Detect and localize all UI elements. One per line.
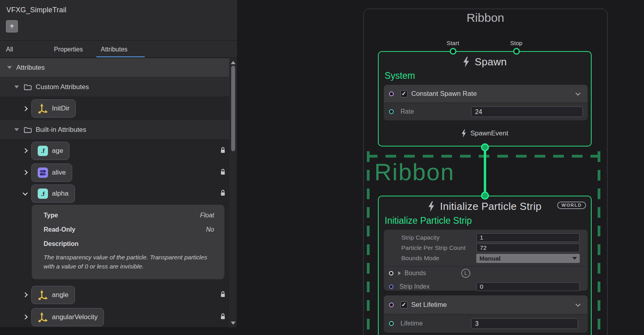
tab-all[interactable]: All: [6, 41, 13, 58]
tab-attributes[interactable]: Attributes: [101, 41, 128, 58]
strip-capacity-row: Strip Capacity: [384, 232, 588, 243]
folder-label: Custom Attributes: [36, 83, 89, 91]
bounds-input-port[interactable]: [389, 271, 393, 276]
initialize-particle-strip-node[interactable]: Initialize Particle Strip WORLD Initiali…: [378, 196, 592, 335]
chevron-down-icon[interactable]: [23, 190, 28, 196]
lightning-icon: [428, 201, 435, 212]
detail-description-label: Description: [44, 240, 214, 247]
chevron-down-icon[interactable]: [575, 90, 581, 95]
scroll-up-icon[interactable]: [231, 61, 236, 64]
tree-root-label: Attributes: [16, 64, 45, 72]
attribute-pill-age[interactable]: .f age: [31, 142, 69, 160]
alpha-details-panel: Type Float Read-Only No Description The …: [32, 205, 224, 279]
vector3-type-icon: [38, 312, 48, 322]
strip-capacity-label: Strip Capacity: [401, 234, 439, 241]
attribute-pill-alive[interactable]: alive: [31, 164, 72, 182]
space-badge-world[interactable]: WORLD: [557, 202, 586, 209]
lock-icon: [220, 190, 226, 198]
spawn-event-label: SpawnEvent: [470, 129, 508, 137]
blackboard-tab-bar: All Properties Attributes: [0, 41, 237, 58]
attribute-row-age: .f age: [0, 140, 229, 162]
chevron-right-icon[interactable]: [23, 292, 28, 297]
spawn-start-port[interactable]: [450, 48, 456, 55]
system-watermark: Ribbon: [374, 158, 454, 186]
add-attribute-button[interactable]: +: [6, 20, 18, 32]
tree-root-attributes[interactable]: Attributes: [0, 58, 229, 77]
chevron-right-icon[interactable]: [23, 170, 28, 175]
scrollbar[interactable]: [229, 58, 237, 327]
attribute-name: angle: [52, 291, 69, 299]
flow-edge[interactable]: [484, 146, 486, 197]
attribute-name: angularVelocity: [52, 313, 98, 321]
folder-built-in-attributes[interactable]: Built-in Attributes: [0, 120, 229, 140]
attribute-name: alpha: [52, 190, 69, 198]
attribute-pill-angularvelocity[interactable]: angularVelocity: [31, 308, 104, 326]
chevron-right-icon[interactable]: [23, 314, 28, 320]
detail-readonly-value: No: [206, 226, 214, 233]
init-input-flow-port[interactable]: [481, 192, 489, 200]
attribute-pill-angle[interactable]: angle: [31, 286, 75, 304]
asset-title: VFXG_SimpleTrail: [6, 6, 67, 14]
bounds-space-badge[interactable]: L: [461, 269, 470, 278]
attribute-row-alpha: .f alpha: [0, 183, 229, 204]
folder-label: Built-in Attributes: [36, 126, 86, 134]
block-enabled-checkbox[interactable]: [401, 90, 408, 97]
system-title: Ribbon: [363, 11, 608, 25]
system-boundary-right: [598, 151, 600, 335]
context-label-initialize: Initialize Particle Strip: [385, 215, 472, 226]
detail-description-text: The transparency value of the particle. …: [44, 253, 215, 271]
port-label-start: Start: [447, 40, 459, 46]
lifetime-input-port[interactable]: [389, 321, 394, 326]
scrollbar-thumb[interactable]: [231, 66, 235, 151]
collapse-triangle-icon[interactable]: [7, 66, 12, 69]
bool-type-icon: [38, 168, 48, 178]
attribute-pill-initdir[interactable]: InitDir: [31, 99, 76, 118]
particle-per-strip-count-input[interactable]: [476, 244, 580, 252]
attribute-name: InitDir: [52, 105, 69, 112]
lifetime-row: Lifetime: [384, 314, 588, 333]
lifetime-value-input[interactable]: [471, 318, 578, 329]
block-enabled-checkbox[interactable]: [401, 301, 408, 308]
set-lifetime-block: Set Lifetime Lifetime: [384, 295, 588, 333]
particle-per-strip-count-row: Particle Per Strip Count: [384, 243, 588, 253]
attribute-row-angularvelocity: angularVelocity: [0, 306, 229, 328]
spawn-node[interactable]: Spawn System Constant Spawn Rate Rate Sp…: [378, 51, 592, 147]
spawn-node-title: Spawn: [475, 56, 507, 68]
detail-type-value: Float: [200, 212, 214, 219]
chevron-down-icon[interactable]: [575, 301, 581, 306]
folder-custom-attributes[interactable]: Custom Attributes: [0, 77, 229, 97]
folder-icon: [24, 84, 32, 90]
spawn-output-flow-port[interactable]: [481, 143, 489, 151]
particle-per-strip-count-label: Particle Per Strip Count: [401, 244, 466, 251]
attribute-pill-alpha[interactable]: .f alpha: [31, 185, 75, 203]
attribute-name: alive: [52, 169, 66, 177]
bounds-mode-label: Bounds Mode: [401, 255, 439, 262]
chevron-right-icon[interactable]: [23, 106, 28, 111]
lock-icon: [220, 313, 226, 321]
bounds-mode-row: Bounds Mode Manual: [384, 253, 588, 263]
constant-spawn-rate-block: Constant Spawn Rate Rate: [384, 85, 588, 120]
scroll-down-icon[interactable]: [231, 322, 236, 325]
lock-icon: [220, 291, 226, 299]
vector3-type-icon: [38, 290, 48, 300]
system-boundary-top: [367, 155, 599, 158]
attributes-tree: Attributes Custom Attributes InitDir: [0, 58, 229, 327]
block-enable-port[interactable]: [389, 303, 394, 307]
strip-index-input-port[interactable]: [389, 285, 393, 289]
strip-index-input[interactable]: [476, 282, 580, 291]
block-enable-port[interactable]: [389, 91, 394, 96]
lightning-icon: [463, 57, 470, 67]
collapse-triangle-icon[interactable]: [14, 128, 19, 131]
strip-capacity-input[interactable]: [476, 233, 580, 242]
detail-type-label: Type: [44, 212, 58, 219]
chevron-right-icon[interactable]: [23, 148, 28, 153]
rate-input-port[interactable]: [389, 109, 394, 114]
collapse-triangle-icon[interactable]: [14, 86, 19, 88]
spawn-stop-port[interactable]: [513, 48, 520, 55]
tab-properties[interactable]: Properties: [54, 41, 83, 58]
rate-value-input[interactable]: [471, 107, 583, 117]
expander-triangle-icon[interactable]: [398, 271, 401, 275]
folder-icon: [24, 126, 32, 133]
init-node-title: Initialize Particle Strip: [440, 200, 541, 213]
bounds-mode-dropdown[interactable]: Manual: [476, 254, 580, 263]
